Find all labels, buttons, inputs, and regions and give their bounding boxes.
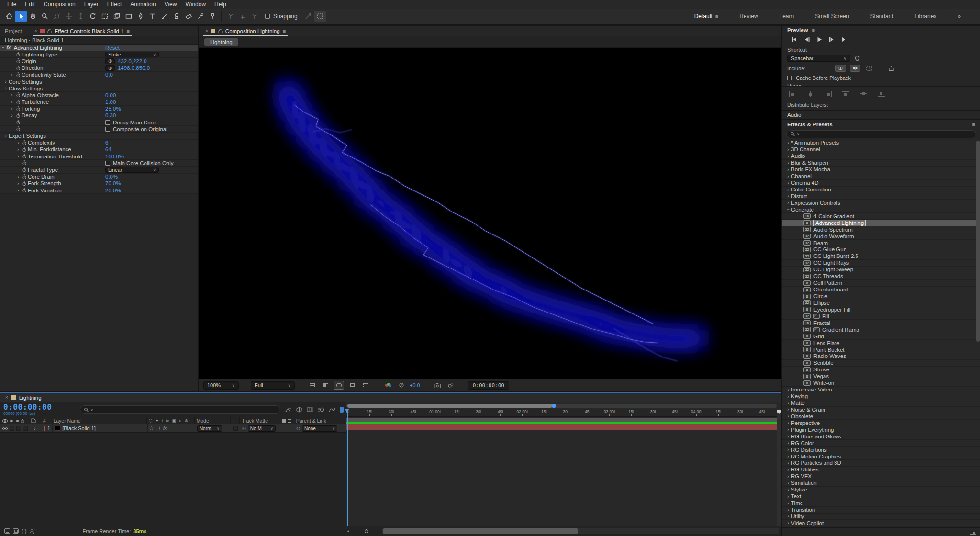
effects-category[interactable]: ›Keying bbox=[782, 393, 980, 400]
stopwatch-icon[interactable] bbox=[15, 106, 22, 112]
effect-param-row[interactable]: Composite on Original bbox=[0, 126, 198, 133]
effects-category[interactable]: ›RG Motion Graphics bbox=[782, 453, 980, 460]
effect-item-fill[interactable]: 32Fill bbox=[782, 313, 980, 320]
effect-item-cc-light-sweep[interactable]: 32CC Light Sweep bbox=[782, 267, 980, 273]
twirl-icon[interactable]: › bbox=[785, 467, 791, 472]
expressions-icon[interactable]: { } bbox=[22, 528, 26, 534]
hand-tool-icon[interactable] bbox=[27, 11, 39, 22]
last-frame-icon[interactable] bbox=[839, 35, 849, 43]
stopwatch-icon[interactable] bbox=[22, 140, 27, 145]
twirl-icon[interactable]: › bbox=[785, 427, 791, 432]
twirl-icon[interactable]: › bbox=[785, 147, 791, 152]
menu-layer[interactable]: Layer bbox=[80, 1, 103, 8]
twirl-icon[interactable]: › bbox=[785, 494, 791, 499]
twirl-icon[interactable]: › bbox=[15, 174, 21, 179]
timeline-timecode[interactable]: 0:00:00:00 bbox=[3, 403, 80, 411]
effects-category[interactable]: ›* Animation Presets bbox=[782, 140, 980, 146]
reset-button[interactable]: Reset bbox=[105, 45, 120, 51]
twirl-icon[interactable]: › bbox=[15, 147, 21, 152]
composition-marker-icon[interactable] bbox=[777, 410, 781, 414]
snapshot-region-icon[interactable] bbox=[360, 381, 371, 390]
composition-button-icon[interactable] bbox=[340, 407, 344, 413]
panel-menu-icon[interactable]: ≡ bbox=[972, 122, 975, 127]
stopwatch-icon[interactable] bbox=[16, 100, 21, 105]
home-icon[interactable] bbox=[3, 11, 15, 22]
effects-category[interactable]: ›Expression Controls bbox=[782, 200, 980, 206]
effects-search-input[interactable]: ∨ bbox=[786, 130, 976, 138]
effects-category[interactable]: ›Cinema 4D bbox=[782, 180, 980, 187]
magnification-dropdown[interactable]: 100%∨ bbox=[203, 381, 239, 390]
align-vertical-center-icon[interactable] bbox=[860, 91, 867, 97]
effect-param-row[interactable]: ›Forking25.0% bbox=[0, 106, 198, 112]
orbit-camera-tool-icon[interactable] bbox=[51, 11, 63, 22]
render-queue-icon[interactable] bbox=[4, 528, 10, 534]
reset-shortcut-icon[interactable] bbox=[854, 55, 860, 61]
effect-item-audio-waveform[interactable]: 32Audio Waveform bbox=[782, 233, 980, 240]
include-overlays-icon[interactable] bbox=[864, 65, 875, 72]
brush-tool-icon[interactable] bbox=[158, 11, 170, 22]
twirl-icon[interactable]: › bbox=[785, 413, 791, 419]
twirl-icon[interactable]: › bbox=[785, 174, 791, 179]
lock-icon[interactable] bbox=[218, 29, 223, 34]
panel-menu-icon[interactable]: ≡ bbox=[812, 27, 814, 33]
layer-video-toggle[interactable] bbox=[2, 427, 8, 430]
motion-blur-icon[interactable] bbox=[318, 407, 324, 413]
t-column-header[interactable]: T bbox=[231, 417, 240, 424]
twirl-icon[interactable]: › bbox=[3, 133, 9, 139]
param-value[interactable]: 6 bbox=[105, 140, 108, 145]
effects-category[interactable]: ›Channel bbox=[782, 173, 980, 180]
effect-item-grid[interactable]: 8Grid bbox=[782, 333, 980, 340]
effects-category[interactable]: ›Simulation bbox=[782, 480, 980, 487]
effect-item-circle[interactable]: 8Circle bbox=[782, 293, 980, 300]
effect-param-row[interactable]: ›Turbulence1.00 bbox=[0, 99, 198, 106]
selection-tool-icon[interactable] bbox=[15, 11, 27, 22]
stopwatch-icon[interactable] bbox=[15, 58, 22, 64]
effects-category[interactable]: ›Transition bbox=[782, 507, 980, 514]
twirl-icon[interactable]: › bbox=[785, 447, 791, 452]
include-video-icon[interactable] bbox=[835, 65, 846, 72]
snap-options-icon[interactable] bbox=[302, 11, 314, 22]
effect-param-row[interactable]: ›Fork Strength70.0% bbox=[0, 180, 198, 187]
twirl-icon[interactable]: › bbox=[785, 507, 791, 513]
param-dropdown[interactable]: Linear∨ bbox=[105, 167, 159, 173]
stopwatch-icon[interactable] bbox=[22, 188, 27, 193]
effect-param-row[interactable]: ›Conductivity State0.0 bbox=[0, 72, 198, 78]
twirl-icon[interactable]: › bbox=[9, 100, 15, 105]
workspace-default[interactable]: Default≡ bbox=[684, 9, 729, 23]
layer-lock-slot[interactable] bbox=[23, 426, 28, 431]
stopwatch-icon[interactable] bbox=[21, 167, 28, 172]
layer-track-matte-dropdown[interactable]: No M∨ bbox=[248, 425, 276, 432]
time-ruler[interactable]: 0f15f30f45f01:00f15f30f45f02:00f15f30f45… bbox=[346, 409, 777, 417]
position-crosshair-icon[interactable]: ⊕ bbox=[105, 58, 115, 64]
stopwatch-icon[interactable] bbox=[16, 126, 21, 132]
clone-stamp-tool-icon[interactable] bbox=[170, 11, 182, 22]
effect-item-stroke[interactable]: 8Stroke bbox=[782, 367, 980, 373]
layer-name-column-header[interactable]: Layer Name bbox=[51, 417, 146, 424]
stopwatch-icon[interactable] bbox=[15, 52, 22, 57]
effect-param-row[interactable]: Decay Main Core bbox=[0, 119, 198, 126]
workspace-overflow[interactable]: » bbox=[947, 9, 971, 23]
align-top-icon[interactable] bbox=[842, 91, 849, 97]
effects-category[interactable]: ›Matte bbox=[782, 400, 980, 407]
close-icon[interactable]: × bbox=[34, 28, 37, 34]
effects-category[interactable]: ›RG Color bbox=[782, 440, 980, 447]
workspace-learn[interactable]: Learn bbox=[769, 9, 805, 23]
twirl-icon[interactable]: › bbox=[785, 401, 791, 406]
stopwatch-icon[interactable] bbox=[21, 147, 28, 152]
effect-param-row[interactable]: Lightning TypeStrike∨ bbox=[0, 51, 198, 58]
effects-category[interactable]: ›RG Blurs and Glows bbox=[782, 433, 980, 440]
stopwatch-icon[interactable] bbox=[22, 181, 27, 186]
composition-viewport[interactable] bbox=[199, 48, 781, 379]
panel-menu-icon[interactable]: ≡ bbox=[127, 28, 130, 34]
param-value[interactable]: 64 bbox=[105, 146, 111, 152]
effect-item-write-on[interactable]: 8Write-on bbox=[782, 380, 980, 387]
twirl-icon[interactable]: › bbox=[785, 180, 791, 186]
effects-category[interactable]: ›RG VFX bbox=[782, 473, 980, 480]
stopwatch-icon[interactable] bbox=[21, 160, 28, 166]
panel-menu-icon[interactable]: ≡ bbox=[45, 395, 48, 401]
effect-param-row[interactable]: ›Fork Variation20.0% bbox=[0, 187, 198, 194]
layer-expand-icon[interactable]: › bbox=[32, 426, 38, 431]
param-checkbox[interactable] bbox=[105, 161, 110, 166]
effects-category[interactable]: ›RG Utilities bbox=[782, 467, 980, 473]
layer-row-black-solid-1[interactable]: › 1 [Black Solid 1] ⬡/fx Norm∨ ◎No M∨ ◎N… bbox=[0, 424, 346, 433]
